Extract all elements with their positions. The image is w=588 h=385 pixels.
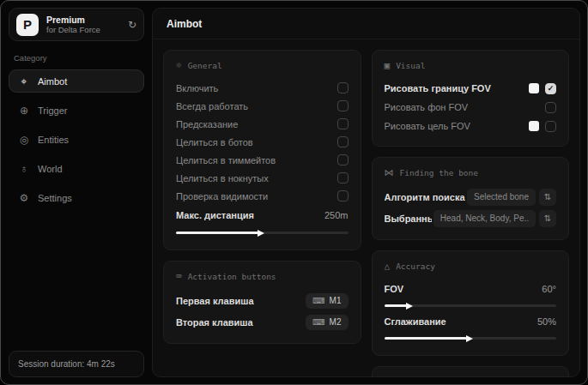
session-duration: Session duration: 4m 22s — [9, 351, 144, 377]
entities-icon: ◎ — [18, 134, 30, 146]
toggle-row-visibility-check: Проверка видимости — [176, 187, 349, 205]
page-title: Aimbot — [153, 9, 579, 39]
draw-fov-background-checkbox[interactable] — [545, 102, 556, 113]
draw-fov-border-checkbox[interactable]: ✓ — [545, 83, 556, 94]
refresh-icon[interactable]: ↻ — [128, 19, 136, 31]
keyboard-icon: ⌨ — [312, 317, 324, 327]
category-label: Category — [14, 53, 144, 63]
premium-card[interactable]: P Premium for Delta Force ↻ — [9, 8, 144, 41]
toggle-row-prediction: Предсказание — [176, 115, 349, 133]
main-panel: Aimbot ☼ General Включить Всегда работат… — [152, 8, 580, 377]
toggle-row-target-bots: Целиться в ботов — [176, 133, 349, 151]
sidebar-item-entities[interactable]: ◎ Entities — [9, 128, 144, 151]
bone-algorithm-select[interactable]: Selected bone — [467, 189, 536, 206]
first-key-button[interactable]: ⌨ M1 — [306, 293, 348, 309]
bone-icon: ⋈ — [385, 167, 394, 178]
toggle-row-target-knocked: Целиться в нокнутых — [176, 169, 349, 187]
finding-bone-panel: ⋈ Finding the bone Алгоритм поиска кости… — [372, 157, 570, 240]
draw-fov-target-checkbox[interactable] — [545, 121, 556, 132]
unfold-arrows-icon[interactable]: ⇅ — [539, 189, 556, 206]
accuracy-icon: △ — [385, 261, 391, 272]
draw-fov-border-row: Рисовать границу FOV ✓ — [385, 79, 557, 98]
toggle-row-always-work: Всегда работать — [176, 97, 349, 115]
sidebar-item-label: Trigger — [38, 105, 67, 116]
settings-icon: ⚙ — [18, 192, 30, 204]
premium-title: Premium — [46, 15, 120, 26]
second-key-row: Вторая клавиша ⌨ M2 — [176, 311, 349, 333]
switch-delay-panel: ↺ Switch Delay Задержка переключения Зад… — [372, 366, 570, 376]
accuracy-panel: △ Accuracy FOV 60° Сглаживание 50% — [372, 250, 570, 356]
target-knocked-checkbox[interactable] — [337, 172, 349, 183]
app-window: P Premium for Delta Force ↻ Category ⌖ A… — [0, 0, 588, 385]
fov-row: FOV 60° — [385, 280, 557, 298]
max-distance-slider[interactable] — [176, 232, 349, 234]
selected-bones-row: Выбранные кости Head, Neck, Body, Pe.. ⇅ — [385, 208, 557, 229]
max-distance-value: 250m — [324, 210, 349, 220]
draw-fov-background-row: Рисовать фон FOV — [385, 98, 557, 117]
first-key-row: Первая клавиша ⌨ M1 — [176, 290, 349, 311]
fov-target-color-swatch[interactable] — [529, 121, 539, 131]
sidebar-item-label: World — [38, 164, 63, 174]
world-icon: ♁ — [18, 163, 30, 175]
accuracy-panel-title: Accuracy — [396, 262, 435, 271]
enable-checkbox[interactable] — [337, 82, 349, 93]
aimbot-icon: ⌖ — [18, 75, 30, 87]
premium-logo: P — [16, 14, 39, 36]
toggle-row-enable: Включить — [176, 79, 349, 97]
always-work-checkbox[interactable] — [337, 100, 349, 111]
bone-algorithm-row: Алгоритм поиска кости Selected bone ⇅ — [385, 186, 557, 208]
sidebar-item-world[interactable]: ♁ World — [9, 157, 144, 180]
max-distance-row: Макс. дистанция 250m — [176, 205, 349, 226]
prediction-checkbox[interactable] — [337, 118, 349, 129]
activation-buttons-panel: ⌨ Activation buttons Первая клавиша ⌨ M1… — [163, 261, 361, 344]
premium-subtitle: for Delta Force — [46, 25, 120, 34]
bone-panel-title: Finding the bone — [400, 168, 479, 177]
sidebar-item-settings[interactable]: ⚙ Settings — [9, 186, 144, 209]
keyboard-icon: ⌨ — [312, 296, 324, 305]
sidebar-item-label: Entities — [38, 135, 69, 145]
draw-fov-target-row: Рисовать цель FOV — [385, 117, 557, 135]
sidebar-item-label: Settings — [38, 193, 72, 203]
fov-border-color-swatch[interactable] — [529, 83, 539, 93]
toggle-row-target-teammates: Целиться в тиммейтов — [176, 151, 349, 169]
visual-icon: ▣ — [385, 60, 391, 71]
fov-slider[interactable] — [385, 304, 557, 307]
activation-panel-title: Activation buttons — [188, 272, 276, 281]
trigger-icon: ⊕ — [18, 105, 30, 117]
keyboard-icon: ⌨ — [176, 271, 182, 282]
sidebar-item-label: Aimbot — [38, 76, 67, 87]
smoothing-value: 50% — [537, 316, 556, 327]
sidebar: P Premium for Delta Force ↻ Category ⌖ A… — [1, 1, 152, 384]
unfold-arrows-icon[interactable]: ⇅ — [539, 210, 556, 227]
sidebar-item-trigger[interactable]: ⊕ Trigger — [9, 99, 144, 122]
general-icon: ☼ — [176, 60, 182, 71]
visual-panel: ▣ Visual Рисовать границу FOV ✓ Рисовать… — [372, 50, 570, 147]
sidebar-item-aimbot[interactable]: ⌖ Aimbot — [9, 69, 144, 93]
target-bots-checkbox[interactable] — [337, 136, 349, 147]
smoothing-row: Сглаживание 50% — [385, 312, 557, 331]
general-panel-title: General — [188, 61, 222, 70]
second-key-button[interactable]: ⌨ M2 — [306, 315, 348, 330]
selected-bones-select[interactable]: Head, Neck, Body, Pe.. — [433, 210, 536, 227]
general-panel: ☼ General Включить Всегда работать Предс… — [163, 50, 361, 250]
target-teammates-checkbox[interactable] — [337, 154, 349, 165]
fov-value: 60° — [542, 284, 556, 294]
visibility-check-checkbox[interactable] — [337, 190, 349, 202]
visual-panel-title: Visual — [396, 61, 425, 70]
smoothing-slider[interactable] — [385, 337, 557, 340]
